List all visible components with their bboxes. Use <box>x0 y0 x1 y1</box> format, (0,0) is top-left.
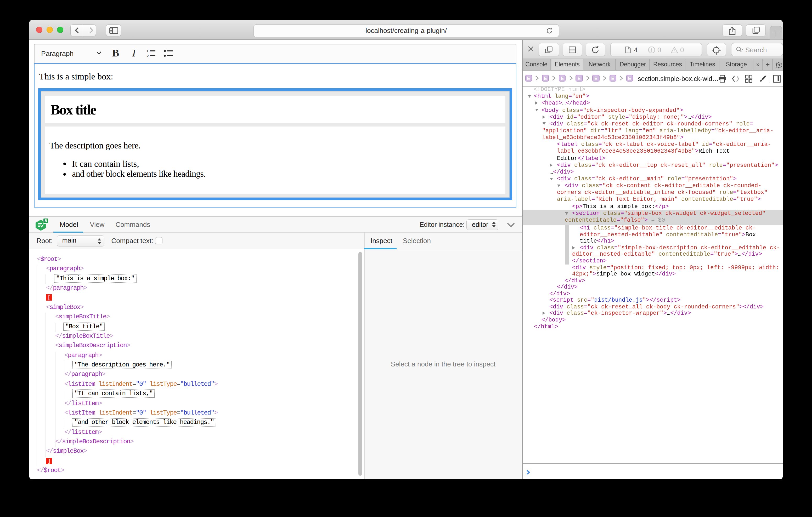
svg-text:!: ! <box>673 48 674 53</box>
svg-text:!: ! <box>650 47 652 53</box>
svg-text:1: 1 <box>146 49 149 53</box>
svg-text:2: 2 <box>146 54 149 58</box>
